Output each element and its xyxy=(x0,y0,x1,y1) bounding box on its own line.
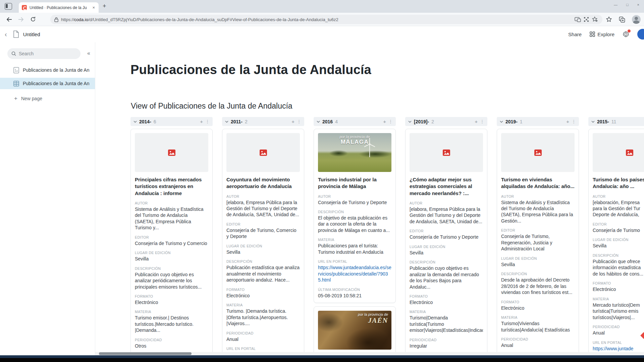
window-minimize-button[interactable]: — xyxy=(614,3,618,7)
add-card-button[interactable]: + xyxy=(383,119,386,124)
add-card-button[interactable]: + xyxy=(200,119,203,124)
field-label: AUTOR xyxy=(318,194,391,198)
tab-close-icon[interactable]: × xyxy=(92,5,96,10)
field-label: LUGAR DE EDICIÓN xyxy=(226,244,300,248)
split-screen-icon[interactable] xyxy=(575,17,581,22)
field-value: Sevilla xyxy=(593,243,644,249)
field-label: MATERIA xyxy=(226,303,300,307)
sidebar-item-publicaciones-1[interactable]: Publicaciones de la Junta de An xyxy=(0,64,95,76)
column-menu-button[interactable]: ⋮ xyxy=(205,119,210,124)
browser-tab[interactable]: Untitled · Publicaciones de la Ju × xyxy=(19,2,99,13)
doc-back-chevron-icon[interactable]: ‹ xyxy=(5,31,7,38)
url-text: https://coda.io/d/Untitled_dT5RZpjYiuD/P… xyxy=(61,17,338,22)
refresh-icon[interactable] xyxy=(30,16,36,22)
add-card-button[interactable]: + xyxy=(475,119,478,124)
window-maximize-button[interactable]: □ xyxy=(626,3,629,7)
notification-dot xyxy=(628,29,631,33)
chevron-down-icon xyxy=(591,121,595,123)
table-icon xyxy=(13,81,19,86)
column-header[interactable]: 2015-11+⋮ xyxy=(588,117,644,126)
image-placeholder-icon xyxy=(443,149,450,156)
card-image-placeholder xyxy=(410,133,483,172)
page-image-icon xyxy=(13,67,19,73)
window-close-button[interactable]: × xyxy=(637,3,639,7)
column-menu-button[interactable]: ⋮ xyxy=(297,119,301,124)
address-bar[interactable]: https://coda.io/d/Untitled_dT5RZpjYiuD/P… xyxy=(50,15,602,24)
field-label: URL EN PORTAL xyxy=(226,347,300,351)
tab-actions-icon[interactable] xyxy=(5,3,12,10)
field-value: Publicaciones para el turista: Turismo i… xyxy=(318,243,391,255)
back-icon[interactable] xyxy=(6,17,12,22)
board-column: 2014-6+⋮Principales cifras mercados turí… xyxy=(130,117,213,352)
scrollbar-thumb[interactable] xyxy=(99,352,192,355)
horizontal-scrollbar[interactable] xyxy=(95,352,644,355)
browser-titlebar: Untitled · Publicaciones de la Ju × + — … xyxy=(0,0,644,13)
field-value-link[interactable]: https://www.juntadeandalucia.es/servicio… xyxy=(318,264,391,283)
field-value: Sistema de Análisis y Estadística del Tu… xyxy=(135,206,208,231)
new-page-button[interactable]: + New page xyxy=(0,95,95,102)
card-title: Coyuntura del movimiento aeroportuario d… xyxy=(226,176,300,190)
field-value: Consejería de Turismo y Deporte xyxy=(318,199,391,205)
field-value: El objetivo de esta publicación es dar a… xyxy=(318,215,391,233)
card-cover-image: por la provincia deJAÉN xyxy=(318,311,391,350)
explore-button[interactable]: Explore xyxy=(590,32,614,37)
column-header[interactable]: 2011-2+⋮ xyxy=(222,117,304,126)
chevron-down-icon xyxy=(500,121,503,123)
coda-profile-avatar[interactable] xyxy=(637,29,644,40)
forward-icon[interactable] xyxy=(18,17,24,22)
column-menu-button[interactable]: ⋮ xyxy=(572,119,576,124)
field-value: Mercado turístico|Dem turística|Turismo … xyxy=(593,302,644,320)
page-title[interactable]: Publicaciones de la Junta de Andalucía xyxy=(130,62,644,77)
field-value: Irregular xyxy=(410,343,483,349)
column-header[interactable]: 20164+⋮ xyxy=(314,117,396,126)
publication-card[interactable]: Turismo en viviendas alquiladas de Andal… xyxy=(497,129,579,352)
field-value: Anual xyxy=(226,336,300,342)
field-label: FORMATO xyxy=(226,288,300,292)
add-card-button[interactable]: + xyxy=(291,119,294,124)
field-label: DESCRIPCIÓN xyxy=(501,272,575,276)
card-image-placeholder xyxy=(135,133,208,172)
collections-hub-icon[interactable] xyxy=(606,16,612,22)
publication-card[interactable]: por la provincia deJAÉNTurismo industria… xyxy=(314,306,396,352)
workspaces-grid-icon[interactable] xyxy=(584,17,589,22)
sidebar-item-publicaciones-2[interactable]: Publicaciones de la Junta de An xyxy=(0,78,95,89)
publication-card[interactable]: por la provincia deMÁLAGATurismo industr… xyxy=(314,129,396,303)
view-title[interactable]: View of Publicaciones de la Junta de And… xyxy=(131,101,644,111)
field-value: Electrónico xyxy=(135,299,208,305)
column-header[interactable]: [2019]-2+⋮ xyxy=(405,117,487,126)
publication-card[interactable]: ¿Cómo adaptar mejor sus estrategias come… xyxy=(405,129,487,352)
sidebar-collapse-icon[interactable]: « xyxy=(87,50,90,56)
settings-gear-button[interactable] xyxy=(623,31,629,38)
column-menu-button[interactable]: ⋮ xyxy=(480,119,484,124)
explore-grid-icon xyxy=(590,32,595,37)
doc-title[interactable]: Untitled xyxy=(23,32,40,37)
publication-card[interactable]: Principales cifras mercados turísticos e… xyxy=(130,129,213,352)
publication-card[interactable]: Turismo de los países Andalucía: año ...… xyxy=(588,129,644,352)
toolbar-right-icons xyxy=(606,13,644,26)
card-title: ¿Cómo adaptar mejor sus estrategias come… xyxy=(410,176,483,197)
column-header[interactable]: 2019-1+⋮ xyxy=(497,117,579,126)
copy-collections-icon[interactable] xyxy=(619,16,625,23)
column-menu-button[interactable]: ⋮ xyxy=(388,119,393,124)
field-value-link[interactable]: https://www.juntade ervicios/publicacion… xyxy=(593,346,644,352)
favorite-star-icon[interactable] xyxy=(592,16,598,22)
field-label: EDITOR xyxy=(135,235,208,239)
publication-card[interactable]: Coyuntura del movimiento aeroportuario d… xyxy=(222,129,304,352)
field-value: Publicación que ofrece información estad… xyxy=(593,258,644,277)
field-value: Turismo emisor.| Destinos turísticos.|Me… xyxy=(135,315,208,333)
browser-profile-avatar[interactable] xyxy=(632,15,641,24)
column-header[interactable]: 2014-6+⋮ xyxy=(130,117,213,126)
field-label: DESCRIPCIÓN xyxy=(410,260,483,264)
field-label: URL EN PORTAL xyxy=(593,341,644,345)
add-card-button[interactable]: + xyxy=(566,119,569,124)
field-label: EDITOR xyxy=(226,222,300,226)
field-value: [elaboración, Empresa para la Gestión de… xyxy=(593,199,644,218)
field-value: Consejería de Turismo y Deporte xyxy=(410,234,483,240)
field-value: Turismo. |Demanda turística. |Oferta tur… xyxy=(226,308,300,326)
share-button[interactable]: Share xyxy=(568,32,582,37)
search-input[interactable]: Search xyxy=(7,48,80,59)
field-value: Anual xyxy=(501,342,575,348)
field-value: Anual xyxy=(593,330,644,336)
new-tab-button[interactable]: + xyxy=(103,3,106,10)
chevron-down-icon xyxy=(225,121,228,123)
